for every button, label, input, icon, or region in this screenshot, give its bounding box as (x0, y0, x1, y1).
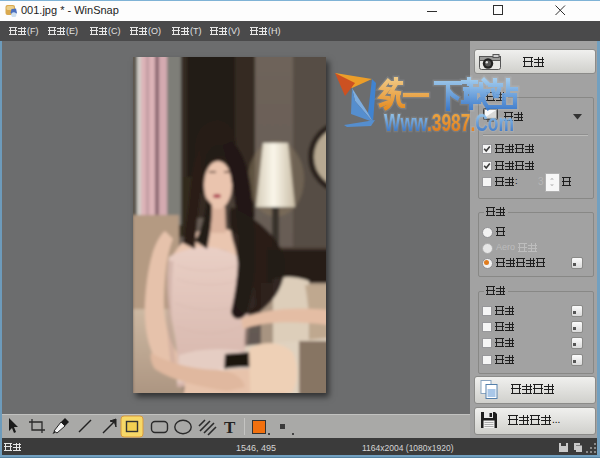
svg-text:T: T (224, 418, 236, 437)
svg-text:Www.3987.Com: Www.3987.Com (384, 110, 514, 136)
